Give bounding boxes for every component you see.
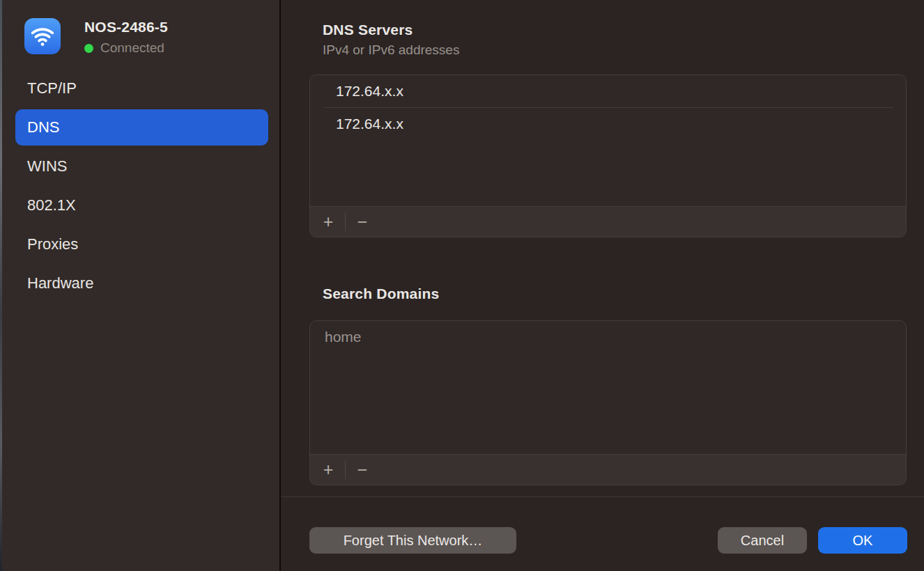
dns-servers-toolbar: + − xyxy=(310,206,906,237)
connected-status-dot xyxy=(84,44,93,53)
wifi-icon xyxy=(24,18,61,54)
connection-status: Connected xyxy=(100,40,164,56)
sidebar-item-tcpip[interactable]: TCP/IP xyxy=(15,70,268,107)
sidebar-nav: TCP/IP DNS WINS 802.1X Proxies Hardware xyxy=(2,70,279,304)
search-domain-row[interactable]: home xyxy=(310,321,906,353)
add-dns-server-button[interactable]: + xyxy=(319,213,337,230)
search-domains-toolbar: + − xyxy=(310,454,906,485)
toolbar-separator xyxy=(345,460,346,479)
dns-servers-title: DNS Servers xyxy=(323,22,459,38)
sidebar-item-dns[interactable]: DNS xyxy=(15,109,268,146)
sidebar-item-wins[interactable]: WINS xyxy=(15,148,268,185)
sidebar: NOS-2486-5 Connected TCP/IP DNS WINS 802… xyxy=(2,0,279,571)
dns-servers-listbox: 172.64.x.x 172.64.x.x + − xyxy=(309,75,907,237)
dns-servers-subtitle: IPv4 or IPv6 addresses xyxy=(323,42,459,58)
ok-button[interactable]: OK xyxy=(818,527,907,554)
search-domains-listbox: home + − xyxy=(309,320,907,485)
network-name: NOS-2486-5 xyxy=(84,19,168,36)
sidebar-item-8021x[interactable]: 802.1X xyxy=(15,187,268,224)
sidebar-item-proxies[interactable]: Proxies xyxy=(15,226,268,263)
remove-dns-server-button[interactable]: − xyxy=(353,213,371,230)
add-search-domain-button[interactable]: + xyxy=(319,461,337,478)
main-panel: DNS Servers IPv4 or IPv6 addresses 172.6… xyxy=(281,0,924,571)
remove-search-domain-button[interactable]: − xyxy=(353,461,371,478)
footer-divider xyxy=(281,496,924,497)
search-domains-title: Search Domains xyxy=(323,286,439,302)
toolbar-separator xyxy=(345,212,346,231)
sidebar-item-hardware[interactable]: Hardware xyxy=(15,265,268,302)
dns-server-row[interactable]: 172.64.x.x xyxy=(310,75,906,107)
network-header: NOS-2486-5 Connected xyxy=(24,18,168,56)
cancel-button[interactable]: Cancel xyxy=(718,527,807,554)
forget-network-button[interactable]: Forget This Network… xyxy=(309,527,516,554)
dns-server-row[interactable]: 172.64.x.x xyxy=(310,108,906,140)
